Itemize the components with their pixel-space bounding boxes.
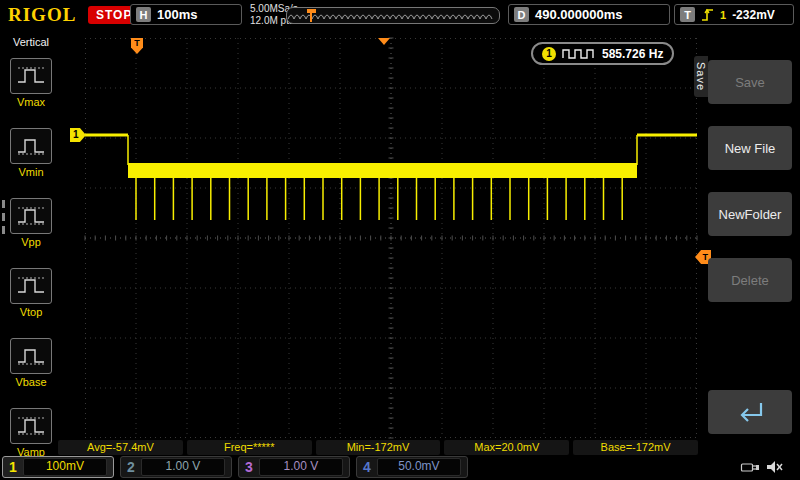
channel-2-status[interactable]: 21.00 V [120, 456, 232, 478]
scroll-indicator [2, 200, 6, 239]
softkey-save[interactable]: Save [708, 60, 792, 104]
channel-4-status[interactable]: 450.0mV [356, 456, 468, 478]
measurement-bar: Avg=-57.4mV Freq=***** Min=-172mV Max=20… [58, 440, 698, 455]
delay-group: D 490.000000ms [508, 4, 670, 25]
vmin-pulse-icon [10, 128, 52, 164]
top-status-bar: RIGOL STOP H 100ms 5.00MSa/s 12.0M pts D… [0, 0, 800, 30]
vamp-pulse-icon [10, 408, 52, 444]
delay-label: D [514, 7, 529, 22]
vtop-pulse-icon [10, 268, 52, 304]
vbase-pulse-icon [10, 338, 52, 374]
left-menu-item-label: Vmin [8, 166, 54, 178]
vmax-pulse-icon [10, 58, 52, 94]
left-menu-item-label: Vbase [8, 376, 54, 388]
left-menu-item-label: Vpp [8, 236, 54, 248]
left-measure-menu: Vertical VmaxVminVppVtopVbaseVamp [0, 30, 62, 450]
waveform-noise-band [128, 163, 637, 178]
return-arrow-icon [733, 399, 767, 425]
measurement-avg: Avg=-57.4mV [58, 440, 183, 455]
horizontal-label: H [136, 7, 151, 22]
menu-tab-save: Save [694, 56, 708, 97]
channel-scale: 50.0mV [377, 458, 461, 476]
channel-1-status[interactable]: 1100mV [2, 456, 114, 478]
usb-icon [740, 460, 760, 474]
channel-number: 4 [363, 459, 371, 475]
channel-3-status[interactable]: 31.00 V [238, 456, 350, 478]
frequency-value: 585.726 Hz [602, 47, 663, 61]
speaker-icon [766, 460, 784, 474]
channel-scale: 1.00 V [259, 458, 343, 476]
timebase-value: 100ms [157, 7, 197, 22]
trigger-label: T [680, 7, 695, 22]
channel-scale: 100mV [23, 458, 107, 476]
graticule-and-waveform [85, 38, 697, 438]
horizontal-group: H 100ms [130, 4, 242, 25]
rising-edge-icon [701, 7, 714, 22]
measurement-freq: Freq=***** [187, 440, 312, 455]
delay-value: 490.000000ms [535, 7, 622, 22]
trigger-group: T 1 -232mV [674, 4, 794, 25]
left-menu-item-vamp[interactable]: Vamp [8, 408, 54, 458]
frequency-counter-badge: 1 585.726 Hz [531, 42, 674, 65]
left-menu-item-label: Vmax [8, 96, 54, 108]
softkey-delete[interactable]: Delete [708, 258, 792, 302]
trigger-source: 1 [720, 9, 726, 21]
counter-source-icon: 1 [542, 47, 556, 61]
left-menu-item-vtop[interactable]: Vtop [8, 268, 54, 318]
left-menu-item-vmax[interactable]: Vmax [8, 58, 54, 108]
memory-position-bar[interactable] [286, 7, 500, 24]
channel-number: 1 [9, 459, 17, 475]
left-menu-title: Vertical [0, 30, 62, 48]
measurement-min: Min=-172mV [316, 440, 441, 455]
left-menu-item-vpp[interactable]: Vpp [8, 198, 54, 248]
softkey-newfolder[interactable]: NewFolder [708, 192, 792, 236]
waveform-display [85, 38, 697, 438]
rigol-logo: RIGOL [8, 4, 76, 26]
channel-scale: 1.00 V [141, 458, 225, 476]
left-menu-item-label: Vtop [8, 306, 54, 318]
measurement-base: Base=-172mV [573, 440, 698, 455]
left-menu-item-vbase[interactable]: Vbase [8, 338, 54, 388]
softkey-return[interactable] [708, 390, 792, 434]
channel1-level-marker[interactable]: 1 [70, 128, 86, 142]
channel-number: 3 [245, 459, 253, 475]
vpp-pulse-icon [10, 198, 52, 234]
channel-status-bar: 1100mV21.00 V31.00 V450.0mV [0, 456, 800, 480]
memory-waveform-icon [287, 9, 495, 22]
measurement-max: Max=20.0mV [444, 440, 569, 455]
softkey-new-file[interactable]: New File [708, 126, 792, 170]
square-wave-icon [562, 48, 596, 60]
channel-number: 2 [127, 459, 135, 475]
trigger-level-value: -232mV [732, 8, 775, 22]
left-menu-item-vmin[interactable]: Vmin [8, 128, 54, 178]
